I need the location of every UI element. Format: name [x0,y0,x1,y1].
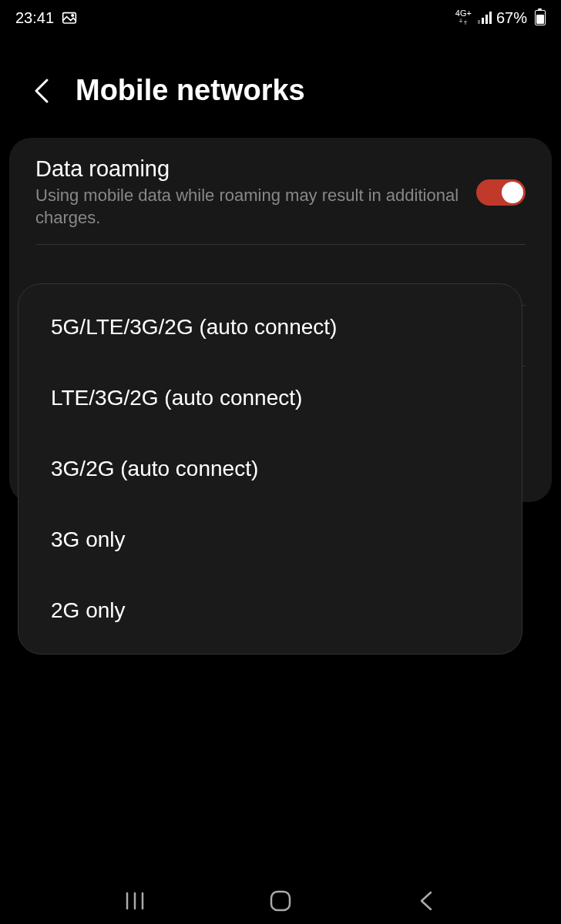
network-mode-option-2g[interactable]: 2G only [18,575,522,646]
data-roaming-row[interactable]: Data roaming Using mobile data while roa… [9,138,552,244]
svg-rect-5 [271,892,290,910]
network-mode-option-5g[interactable]: 5G/LTE/3G/2G (auto connect) [18,292,522,363]
data-roaming-title: Data roaming [35,156,461,182]
back-nav-button[interactable] [411,886,442,916]
svg-point-1 [72,15,73,16]
status-time: 23:41 [15,9,54,27]
status-left: 23:41 [15,9,77,27]
gallery-icon [62,11,77,25]
page-title: Mobile networks [76,74,305,107]
status-right: 4G+ 67% [455,9,546,27]
network-mode-option-3g2g[interactable]: 3G/2G (auto connect) [18,434,522,504]
network-mode-option-lte[interactable]: LTE/3G/2G (auto connect) [18,363,522,434]
battery-icon [535,10,546,25]
network-mode-option-3g[interactable]: 3G only [18,504,522,575]
data-roaming-description: Using mobile data while roaming may resu… [35,185,461,229]
network-type-indicator: 4G+ [455,9,472,26]
recent-apps-button[interactable] [119,886,150,916]
network-mode-menu: 5G/LTE/3G/2G (auto connect) LTE/3G/2G (a… [18,283,522,654]
battery-percent: 67% [496,9,527,27]
page-header: Mobile networks [0,35,561,138]
back-button[interactable] [31,80,52,102]
navigation-bar [0,878,561,924]
signal-strength-icon [478,12,492,24]
data-roaming-toggle[interactable] [476,179,526,206]
home-button[interactable] [265,886,296,916]
status-bar: 23:41 4G+ 67% [0,0,561,35]
data-roaming-text: Data roaming Using mobile data while roa… [35,156,461,229]
